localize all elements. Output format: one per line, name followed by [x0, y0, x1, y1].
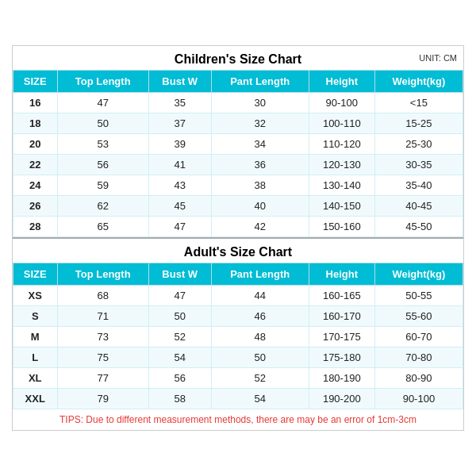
table-row: S715046160-17055-60 — [13, 306, 463, 327]
children-col-size: SIZE — [13, 71, 58, 93]
table-cell: 140-150 — [309, 196, 374, 217]
table-cell: <15 — [374, 93, 463, 113]
children-title-text: Children's Size Chart — [175, 52, 301, 66]
children-col-weight: Weight(kg) — [374, 71, 463, 93]
table-cell: 15-25 — [374, 113, 463, 134]
table-cell: 26 — [13, 196, 58, 217]
table-cell: 77 — [57, 368, 148, 389]
table-cell: 22 — [13, 155, 58, 175]
adults-col-size: SIZE — [13, 263, 58, 286]
size-chart-container: Children's Size Chart UNIT: CM SIZE Top … — [12, 45, 464, 431]
table-row: 18503732100-11015-25 — [13, 113, 463, 134]
table-cell: 50 — [57, 113, 148, 134]
table-cell: L — [13, 347, 58, 368]
table-row: M735248170-17560-70 — [13, 327, 463, 347]
table-cell: 36 — [211, 155, 309, 175]
table-cell: 175-180 — [309, 347, 374, 368]
table-cell: 47 — [148, 286, 211, 306]
table-cell: 44 — [211, 286, 309, 306]
adults-size-table: SIZE Top Length Bust W Pant Length Heigh… — [13, 263, 463, 409]
table-cell: 24 — [13, 175, 58, 196]
table-cell: 90-100 — [374, 389, 463, 409]
table-cell: XXL — [13, 389, 58, 409]
table-cell: 52 — [211, 368, 309, 389]
table-cell: 40 — [211, 196, 309, 217]
table-cell: 38 — [211, 175, 309, 196]
table-cell: 30-35 — [374, 155, 463, 175]
children-col-height: Height — [309, 71, 374, 93]
table-row: XXL795854190-20090-100 — [13, 389, 463, 409]
children-col-toplength: Top Length — [57, 71, 148, 93]
table-cell: 34 — [211, 134, 309, 155]
table-row: 24594338130-14035-40 — [13, 175, 463, 196]
table-row: 26624540140-15040-45 — [13, 196, 463, 217]
table-cell: 160-165 — [309, 286, 374, 306]
table-cell: 75 — [57, 347, 148, 368]
children-size-table: SIZE Top Length Bust W Pant Length Heigh… — [13, 70, 463, 237]
table-cell: 48 — [211, 327, 309, 347]
table-cell: 46 — [211, 306, 309, 327]
table-cell: 60-70 — [374, 327, 463, 347]
table-cell: 45-50 — [374, 217, 463, 237]
table-cell: XS — [13, 286, 58, 306]
adults-col-weight: Weight(kg) — [374, 263, 463, 286]
adults-col-toplength: Top Length — [57, 263, 148, 286]
children-col-bustw: Bust W — [148, 71, 211, 93]
adults-col-bustw: Bust W — [148, 263, 211, 286]
table-cell: 180-190 — [309, 368, 374, 389]
adults-section-title: Adult's Size Chart — [13, 237, 463, 263]
table-cell: 39 — [148, 134, 211, 155]
table-row: XL775652180-19080-90 — [13, 368, 463, 389]
table-cell: 32 — [211, 113, 309, 134]
table-cell: 52 — [148, 327, 211, 347]
children-col-pantlength: Pant Length — [211, 71, 309, 93]
table-cell: 56 — [57, 155, 148, 175]
table-cell: 55-60 — [374, 306, 463, 327]
adults-col-pantlength: Pant Length — [211, 263, 309, 286]
table-cell: 50 — [148, 306, 211, 327]
table-cell: 30 — [211, 93, 309, 113]
table-cell: 54 — [148, 347, 211, 368]
table-cell: M — [13, 327, 58, 347]
table-cell: 40-45 — [374, 196, 463, 217]
table-cell: 120-130 — [309, 155, 374, 175]
table-cell: 25-30 — [374, 134, 463, 155]
table-cell: 90-100 — [309, 93, 374, 113]
table-cell: 47 — [148, 217, 211, 237]
table-cell: 16 — [13, 93, 58, 113]
table-cell: 130-140 — [309, 175, 374, 196]
table-cell: 170-175 — [309, 327, 374, 347]
table-cell: 28 — [13, 217, 58, 237]
table-cell: 100-110 — [309, 113, 374, 134]
table-cell: 53 — [57, 134, 148, 155]
table-cell: 73 — [57, 327, 148, 347]
table-cell: 70-80 — [374, 347, 463, 368]
table-cell: 47 — [57, 93, 148, 113]
table-row: 28654742150-16045-50 — [13, 217, 463, 237]
table-cell: 45 — [148, 196, 211, 217]
table-row: 22564136120-13030-35 — [13, 155, 463, 175]
table-cell: 79 — [57, 389, 148, 409]
table-cell: 37 — [148, 113, 211, 134]
table-row: 20533934110-12025-30 — [13, 134, 463, 155]
table-cell: 71 — [57, 306, 148, 327]
table-cell: 58 — [148, 389, 211, 409]
children-section-title: Children's Size Chart UNIT: CM — [13, 46, 463, 70]
table-cell: 41 — [148, 155, 211, 175]
table-cell: 50 — [211, 347, 309, 368]
table-cell: 65 — [57, 217, 148, 237]
table-cell: 18 — [13, 113, 58, 134]
table-cell: 42 — [211, 217, 309, 237]
adults-col-height: Height — [309, 263, 374, 286]
table-cell: 56 — [148, 368, 211, 389]
table-cell: 80-90 — [374, 368, 463, 389]
table-cell: 54 — [211, 389, 309, 409]
children-header-row: SIZE Top Length Bust W Pant Length Heigh… — [13, 71, 463, 93]
table-cell: 50-55 — [374, 286, 463, 306]
table-cell: 150-160 — [309, 217, 374, 237]
table-cell: XL — [13, 368, 58, 389]
table-row: XS684744160-16550-55 — [13, 286, 463, 306]
table-cell: 110-120 — [309, 134, 374, 155]
table-cell: 160-170 — [309, 306, 374, 327]
table-cell: 20 — [13, 134, 58, 155]
